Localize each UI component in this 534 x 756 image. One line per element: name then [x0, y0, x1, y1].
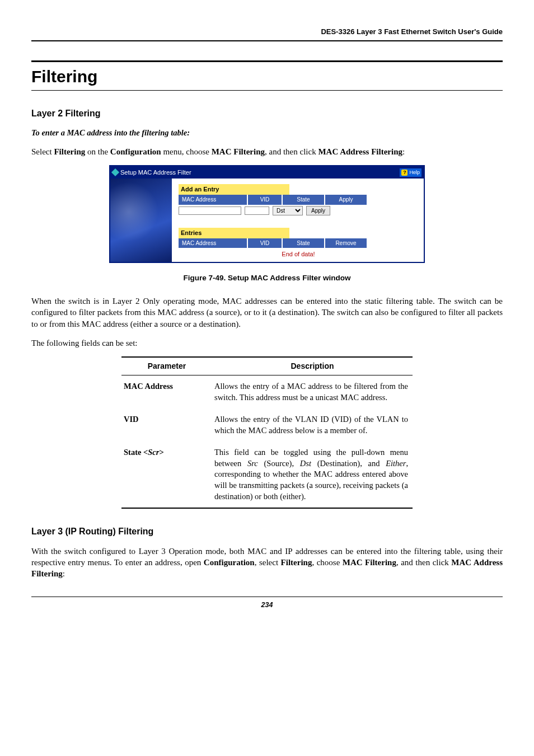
apply-button[interactable]: Apply	[306, 206, 330, 215]
add-entry-header-row: MAC Address VID State Apply	[179, 195, 418, 205]
ui-window: Setup MAC Address Filter ? Help Add an E…	[109, 165, 425, 263]
col-vid: VID	[248, 195, 283, 205]
figure-caption: Figure 7-49. Setup MAC Address Filter wi…	[31, 273, 503, 283]
fields-intro: The following fields can be set:	[31, 337, 503, 349]
text-segment: >	[159, 448, 163, 457]
text-segment: (Source),	[258, 459, 300, 468]
param-name: VID	[121, 408, 212, 442]
text-segment: :	[402, 147, 405, 156]
col-vid: VID	[248, 238, 283, 248]
bold-filtering: Filtering	[54, 147, 85, 156]
bold-mac-address-filtering: MAC Address Filtering	[318, 147, 402, 156]
bold-mac-filtering: MAC Filtering	[343, 558, 396, 567]
ui-body: Add an Entry MAC Address VID State Apply…	[110, 179, 424, 262]
layer3-paragraph: With the switch configured to Layer 3 Op…	[31, 546, 503, 580]
add-entry-data-row: Dst Apply	[179, 206, 418, 215]
bold-configuration: Configuration	[204, 558, 255, 567]
text-segment: State <	[124, 448, 148, 457]
text-segment: , and then click	[396, 558, 451, 567]
text-segment: , select	[255, 558, 281, 567]
layer2-select-paragraph: Select Filtering on the Configuration me…	[31, 146, 503, 157]
ui-titlebar: Setup MAC Address Filter ? Help	[110, 166, 424, 179]
help-button[interactable]: ? Help	[400, 168, 421, 176]
table-row: VID Allows the entry of the VLAN ID (VID…	[121, 408, 413, 442]
text-segment: Select	[31, 147, 54, 156]
text-segment: on the	[85, 147, 110, 156]
layer3-heading: Layer 3 (IP Routing) Filtering	[31, 525, 503, 538]
page-footer: 234	[31, 597, 503, 610]
text-segment: menu, choose	[161, 147, 212, 156]
ui-title-text: Setup MAC Address Filter	[120, 168, 191, 177]
col-mac-address: MAC Address	[179, 195, 248, 205]
col-apply: Apply	[325, 195, 368, 205]
bold-mac-filtering: MAC Filtering	[212, 147, 265, 156]
italic-src: Src	[247, 459, 258, 468]
bold-configuration: Configuration	[110, 147, 161, 156]
param-desc-state: This field can be toggled using the pull…	[212, 442, 413, 508]
bold-filtering: Filtering	[281, 558, 312, 567]
text-segment: , and then click	[265, 147, 318, 156]
text-segment: :	[63, 569, 65, 578]
entries-label: Entries	[179, 228, 289, 238]
figure-wrap: Setup MAC Address Filter ? Help Add an E…	[31, 165, 503, 263]
layer2-explanation: When the switch is in Layer 2 Only opera…	[31, 295, 503, 330]
state-select[interactable]: Dst	[273, 206, 303, 215]
help-label: Help	[409, 169, 420, 176]
th-parameter: Parameter	[121, 357, 212, 375]
param-desc: Allows the entry of the VLAN ID (VID) of…	[212, 408, 413, 442]
param-name: MAC Address	[121, 375, 212, 409]
param-desc: Allows the entry of a MAC address to be …	[212, 375, 413, 409]
text-segment: (Destination), and	[311, 459, 386, 468]
ui-right-pane: Add an Entry MAC Address VID State Apply…	[172, 179, 424, 262]
text-segment: , choose	[312, 558, 342, 567]
col-state: State	[283, 195, 325, 205]
layer2-intro-italic: To enter a MAC address into the filterin…	[31, 128, 503, 139]
entries-header-row: MAC Address VID State Remove	[179, 238, 418, 248]
col-mac-address: MAC Address	[179, 238, 248, 248]
page-title: Filtering	[31, 60, 503, 91]
parameter-table: Parameter Description MAC Address Allows…	[121, 356, 413, 509]
vid-input[interactable]	[245, 206, 269, 215]
col-remove: Remove	[325, 238, 368, 248]
ui-left-banner	[110, 179, 172, 262]
layer2-heading: Layer 2 Filtering	[31, 107, 503, 120]
help-icon: ?	[401, 170, 407, 176]
italic-dst: Dst	[300, 459, 311, 468]
ui-titlebar-left: Setup MAC Address Filter	[113, 168, 191, 177]
end-of-data-text: End of data!	[179, 250, 418, 259]
italic-either: Either	[386, 459, 406, 468]
table-row: MAC Address Allows the entry of a MAC ad…	[121, 375, 413, 409]
window-icon	[111, 168, 119, 176]
th-description: Description	[212, 357, 413, 375]
add-entry-label: Add an Entry	[179, 184, 289, 195]
table-row: State <Scr> This field can be toggled us…	[121, 442, 413, 508]
mac-address-input[interactable]	[179, 206, 241, 215]
param-name-state: State <Scr>	[121, 442, 212, 508]
doc-header: DES-3326 Layer 3 Fast Ethernet Switch Us…	[31, 27, 503, 41]
col-state: State	[283, 238, 325, 248]
italic-scr: Scr	[148, 448, 159, 457]
